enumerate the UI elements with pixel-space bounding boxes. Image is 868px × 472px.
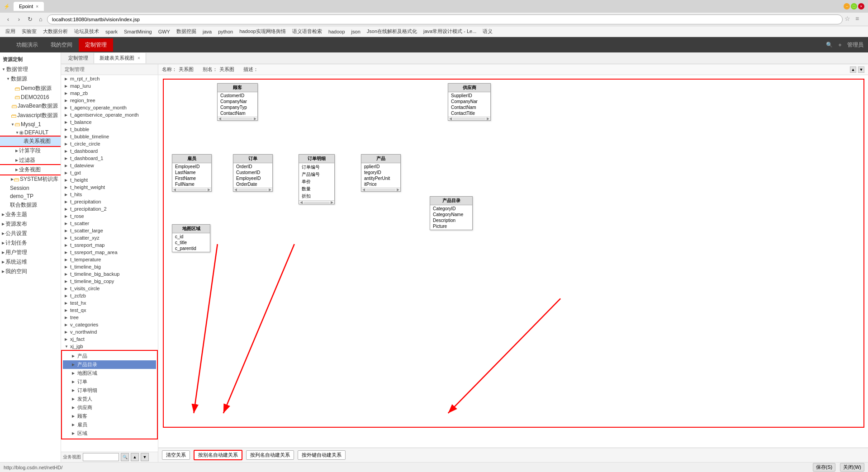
tree-item-t_precip2[interactable]: ▶ t_precipitation_2 xyxy=(61,205,158,212)
tree-item-map_zb[interactable]: ▶ map_zb xyxy=(61,90,158,97)
sidebar-item-calc[interactable]: 计算字段 xyxy=(0,146,61,156)
bookmark-star[interactable]: ☆ xyxy=(844,15,854,24)
tree-item-t_temperature[interactable]: ▶ t_temperature xyxy=(61,256,158,263)
refresh-btn[interactable]: ↻ xyxy=(25,15,34,24)
sidebar-item-sys-monitor[interactable]: 系统运维 xyxy=(0,257,61,267)
scroll-right[interactable]: ▶ xyxy=(487,117,489,121)
tree-item-supplier[interactable]: ▶ 供应商 xyxy=(63,403,156,412)
auto-by-name-btn[interactable]: 按别名自动建关系 xyxy=(194,450,242,460)
browser-tab[interactable]: Epoint × xyxy=(14,2,44,11)
tree-item-t_timeline_big[interactable]: ▶ t_timeline_big xyxy=(61,263,158,270)
sidebar-item-demo[interactable]: 🗃 Demo数据源 xyxy=(0,84,61,93)
back-btn[interactable]: ‹ xyxy=(4,15,13,24)
home-btn[interactable]: ⌂ xyxy=(36,15,45,24)
sidebar-item-scheduled[interactable]: 计划任务 xyxy=(0,238,61,248)
tree-item-region_tree[interactable]: ▶ region_tree xyxy=(61,97,158,104)
tree-item-m_rpt_r_brch[interactable]: ▶ m_rpt_r_brch xyxy=(61,75,158,82)
tree-item-t_timeline_big_backup[interactable]: ▶ t_timeline_big_backup xyxy=(61,270,158,278)
save-btn[interactable]: 保存(S) xyxy=(813,463,836,472)
tree-item-t_bubble[interactable]: ▶ t_bubble xyxy=(61,126,158,133)
scroll-right[interactable]: ▶ xyxy=(254,117,256,121)
table-hscroll[interactable]: ◀ ▶ xyxy=(361,188,400,191)
scroll-left[interactable]: ◀ xyxy=(234,188,237,192)
db-table-orderdetail[interactable]: 订单明细 订单编号 产品编号 单价 数量 折扣 ◀ xyxy=(299,154,335,204)
table-hscroll[interactable]: ◀ ▶ xyxy=(299,200,334,204)
tree-item-map_luru[interactable]: ▶ map_luru xyxy=(61,82,158,90)
add-icon[interactable]: ＋ xyxy=(837,41,843,49)
search-icon[interactable]: 🔍 xyxy=(826,42,833,48)
sidebar-item-publish[interactable]: 资源发布 xyxy=(0,219,61,229)
tree-item-t_height[interactable]: ▶ t_height xyxy=(61,176,158,184)
db-table-customer[interactable]: 顾客 CustomerID CompanyNar CompanyTyp Cont… xyxy=(217,83,258,121)
tree-item-t_rose[interactable]: ▶ t_rose xyxy=(61,212,158,220)
scroll-right[interactable]: ▶ xyxy=(331,200,333,204)
bookmark-python[interactable]: python xyxy=(216,28,235,35)
table-hscroll[interactable]: ◀ ▶ xyxy=(233,188,272,191)
tree-item-order[interactable]: ▶ 订单 xyxy=(63,378,156,386)
bookmark-nlp[interactable]: 语义语音检索 xyxy=(290,27,324,36)
tree-item-v_categories[interactable]: ▶ v_categories xyxy=(61,321,158,328)
menu-btn[interactable]: ≡ xyxy=(855,15,864,24)
sidebar-item-javabean[interactable]: 🗃 JavaBean数据源 xyxy=(0,101,61,111)
sidebar-item-datasource[interactable]: 数据源 xyxy=(0,74,61,84)
tab-custom-mgmt[interactable]: 定制管理 xyxy=(63,53,94,63)
topnav-custommgmt[interactable]: 定制管理 xyxy=(79,38,113,52)
tree-item-t_dashboard_1[interactable]: ▶ t_dashboard_1 xyxy=(61,155,158,162)
sidebar-item-federation[interactable]: 联合数据源 xyxy=(0,200,61,210)
tree-item-product[interactable]: ▶ 产品 xyxy=(63,352,156,360)
bookmark-semantics[interactable]: 语义 xyxy=(481,27,494,36)
table-hscroll[interactable]: ◀ ▶ xyxy=(218,117,257,120)
bookmark-smart[interactable]: SmartMining xyxy=(122,28,154,35)
scroll-right[interactable]: ▶ xyxy=(208,188,210,192)
tab-close-relation[interactable]: × xyxy=(138,56,140,61)
tree-item-t_agentservice[interactable]: ▶ t_agentservice_operate_month xyxy=(61,111,158,118)
tree-item-t_circle[interactable]: ▶ t_circle_circle xyxy=(61,140,158,147)
close-btn[interactable]: × xyxy=(858,3,864,9)
sidebar-item-public-settings[interactable]: 公共设置 xyxy=(0,229,61,238)
address-bar[interactable] xyxy=(47,14,843,24)
tree-item-t_dateview[interactable]: ▶ t_dateview xyxy=(61,162,158,169)
bookmark-hadoop2[interactable]: hadoop xyxy=(327,28,347,35)
scroll-left[interactable]: ◀ xyxy=(449,117,452,121)
tree-item-t_scatter_xyz[interactable]: ▶ t_scatter_xyz xyxy=(61,234,158,241)
sidebar-item-javascript[interactable]: 🗃 Javascript数据源 xyxy=(0,111,61,120)
sidebar-item-filter[interactable]: 过滤器 xyxy=(0,156,61,165)
tree-item-orderdetail[interactable]: ▶ 订单明细 xyxy=(63,386,156,395)
tree-item-maparea[interactable]: ▶ 地图区域 xyxy=(63,369,156,378)
bookmark-lab[interactable]: 实验室 xyxy=(20,27,38,36)
scroll-up-btn[interactable]: ▲ xyxy=(850,66,856,73)
bookmark-json[interactable]: json xyxy=(350,28,362,35)
tree-item-test_qx[interactable]: ▶ test_qx xyxy=(61,307,158,314)
search-input[interactable] xyxy=(83,453,119,461)
tree-item-category[interactable]: ▶ 产品目录 xyxy=(63,360,156,369)
bookmark-datamining[interactable]: 数据挖掘 xyxy=(175,27,198,36)
tree-item-test_hx[interactable]: ▶ test_hx xyxy=(61,299,158,307)
sidebar-item-bizview[interactable]: 业务视图 xyxy=(0,165,61,175)
tree-item-customer[interactable]: ▶ 顾客 xyxy=(63,412,156,420)
admin-label[interactable]: 管理员 xyxy=(847,41,863,49)
bookmark-hadoop[interactable]: hadoop实现网络舆情 xyxy=(237,27,288,36)
scroll-left[interactable]: ◀ xyxy=(173,188,176,192)
scroll-left[interactable]: ◀ xyxy=(362,188,365,192)
tree-item-t_balance[interactable]: ▶ t_balance xyxy=(61,118,158,126)
forward-btn[interactable]: › xyxy=(14,15,24,24)
tree-item-t_scatter_large[interactable]: ▶ t_scatter_large xyxy=(61,227,158,234)
maximize-btn[interactable]: □ xyxy=(851,3,857,9)
search-btn[interactable]: 🔍 xyxy=(121,453,129,461)
tree-item-t_height_weight[interactable]: ▶ t_height_weight xyxy=(61,184,158,191)
tree-item-t_precip[interactable]: ▶ t_precipitation xyxy=(61,198,158,205)
scroll-right[interactable]: ▶ xyxy=(269,188,271,192)
scroll-left[interactable]: ◀ xyxy=(218,117,221,121)
bookmark-apps[interactable]: 应用 xyxy=(4,27,17,36)
topnav-myspace[interactable]: 我的空间 xyxy=(44,38,79,52)
sidebar-item-data-mgmt[interactable]: 数据管理 xyxy=(0,65,61,74)
sidebar-item-my-space[interactable]: 我的空间 xyxy=(0,267,61,276)
sidebar-item-session[interactable]: Session xyxy=(0,184,61,192)
sidebar-item-biz-theme[interactable]: 业务主题 xyxy=(0,210,61,219)
next-btn[interactable]: ▼ xyxy=(141,453,149,461)
auto-by-col-name-btn[interactable]: 按列名自动建关系 xyxy=(246,450,294,460)
tree-item-t_scatter[interactable]: ▶ t_scatter xyxy=(61,220,158,227)
auto-fk-btn[interactable]: 按外键自动建关系 xyxy=(298,450,346,460)
tab-table-relation[interactable]: 新建表关系视图 × xyxy=(94,53,146,63)
tree-item-t_zcfzb[interactable]: ▶ t_zcfzb xyxy=(61,292,158,299)
